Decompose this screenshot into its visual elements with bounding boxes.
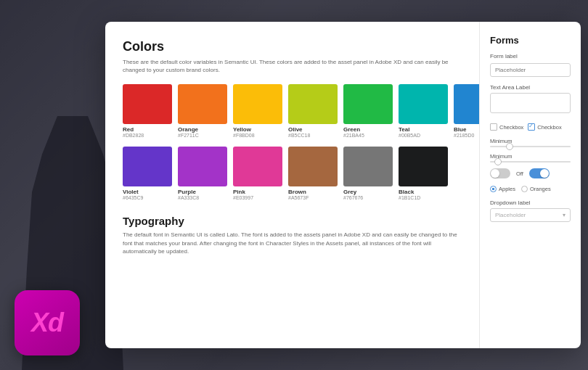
toggle-on-knob (540, 169, 549, 178)
checkbox-2-item[interactable]: Checkbox (528, 123, 561, 131)
dropdown-box[interactable]: Placeholder ▾ (490, 208, 571, 222)
swatch-teal (399, 84, 448, 124)
checkbox-1-box[interactable] (490, 123, 497, 131)
color-name-black: Black (399, 189, 414, 195)
checkbox-1-item[interactable]: Checkbox (490, 123, 523, 131)
swatch-green (343, 84, 393, 124)
color-hex-violet: #6435C9 (123, 195, 143, 200)
color-name-red: Red (123, 126, 134, 133)
color-grid: Red #DB2828 Orange #F2711C Yellow #F8BD0… (123, 84, 465, 200)
color-hex-pink: #E03997 (233, 195, 253, 200)
slider-2-thumb[interactable] (494, 158, 502, 165)
swatch-violet (123, 147, 172, 186)
color-hex-orange: #F2711C (178, 133, 199, 138)
xd-badge: Xd (15, 290, 80, 355)
color-name-yellow: Yellow (233, 126, 251, 133)
dropdown-arrow-icon: ▾ (563, 212, 565, 218)
slider-1-track[interactable] (490, 146, 571, 147)
radio-apples[interactable]: Apples (490, 186, 515, 192)
color-hex-red: #DB2828 (123, 133, 144, 138)
color-hex-olive: #B5CC18 (288, 133, 310, 138)
forms-title: Forms (490, 35, 571, 46)
color-hex-green: #21BA45 (343, 133, 364, 138)
right-panel: Forms Form label Text Area Label Checkbo… (479, 22, 581, 348)
color-green: Green #21BA45 (343, 84, 393, 138)
color-purple: Purple #A333C8 (178, 147, 227, 200)
checkbox-row: Checkbox Checkbox (490, 123, 571, 131)
color-olive: Olive #B5CC18 (288, 84, 338, 138)
color-name-green: Green (343, 126, 360, 133)
typography-description: The default font in Semantic UI is calle… (123, 231, 465, 255)
swatch-orange (178, 84, 227, 124)
color-red: Red #DB2828 (123, 84, 172, 138)
color-orange: Orange #F2711C (178, 84, 227, 138)
slider-2-label: Minimum (490, 153, 571, 160)
swatch-yellow (233, 84, 282, 124)
color-name-pink: Pink (233, 189, 245, 195)
checkbox-2-box[interactable] (528, 123, 535, 131)
slider-2-track[interactable] (490, 161, 571, 163)
color-hex-teal: #00B5AD (399, 133, 420, 138)
color-brown: Brown #A5673F (288, 147, 338, 200)
toggle-off-knob (491, 169, 499, 178)
toggle-off[interactable] (490, 168, 510, 178)
color-row-2: Violet #6435C9 Purple #A333C8 Pink #E039… (123, 147, 465, 200)
radio-row: Apples Oranges (490, 186, 571, 192)
color-hex-blue: #2185D0 (454, 133, 474, 138)
color-name-orange: Orange (178, 126, 198, 133)
swatch-brown (288, 147, 338, 186)
swatch-purple (178, 147, 227, 186)
slider-1-thumb[interactable] (506, 143, 513, 150)
color-hex-yellow: #F8BD08 (233, 133, 255, 138)
form-input[interactable] (490, 63, 571, 77)
radio-oranges-circle[interactable] (521, 186, 528, 192)
typography-title: Typography (123, 215, 465, 227)
colors-title: Colors (123, 39, 465, 54)
color-row-1: Red #DB2828 Orange #F2711C Yellow #F8BD0… (123, 84, 465, 138)
color-name-grey: Grey (343, 189, 356, 195)
slider-1-label: Minimum (490, 138, 571, 144)
color-hex-brown: #A5673F (288, 195, 309, 200)
colors-description: These are the default color variables in… (123, 58, 465, 74)
toggle-on[interactable] (529, 168, 550, 178)
color-violet: Violet #6435C9 (123, 147, 172, 200)
color-hex-black: #1B1C1D (399, 195, 420, 200)
color-name-brown: Brown (288, 189, 306, 195)
color-name-teal: Teal (399, 126, 409, 133)
toggle-off-label: Off (516, 170, 523, 177)
radio-apples-circle[interactable] (490, 186, 497, 192)
swatch-olive (288, 84, 338, 124)
color-name-olive: Olive (288, 126, 303, 133)
color-black: Black #1B1C1D (399, 147, 448, 200)
dropdown-placeholder: Placeholder (495, 212, 526, 218)
color-teal: Teal #00B5AD (399, 84, 448, 138)
swatch-pink (233, 147, 282, 186)
color-yellow: Yellow #F8BD08 (233, 84, 282, 138)
left-panel: Colors These are the default color varia… (105, 22, 479, 348)
form-textarea[interactable] (490, 93, 571, 113)
color-grey: Grey #767676 (343, 147, 393, 200)
main-card: Colors These are the default color varia… (105, 22, 581, 348)
radio-oranges-label: Oranges (530, 186, 551, 192)
slider-row-2: Minimum (490, 153, 571, 163)
toggle-row: Off (490, 168, 571, 178)
form-label-text: Form label (490, 53, 571, 59)
color-hex-grey: #767676 (343, 195, 363, 200)
xd-badge-text: Xd (31, 308, 63, 338)
radio-apples-label: Apples (499, 186, 515, 192)
color-name-blue: Blue (454, 126, 466, 133)
textarea-label-text: Text Area Label (490, 84, 571, 91)
swatch-grey (343, 147, 393, 186)
swatch-red (123, 84, 172, 124)
color-blue: Blue #2185D0 (454, 84, 479, 138)
color-pink: Pink #E03997 (233, 147, 282, 200)
radio-oranges[interactable]: Oranges (521, 186, 551, 192)
color-hex-purple: #A333C8 (178, 195, 199, 200)
slider-row-1: Minimum (490, 138, 571, 147)
color-name-violet: Violet (123, 189, 139, 195)
checkbox-1-label: Checkbox (499, 124, 523, 131)
checkbox-2-label: Checkbox (537, 124, 561, 131)
swatch-black (399, 147, 448, 186)
swatch-blue (454, 84, 479, 124)
color-name-purple: Purple (178, 189, 196, 195)
